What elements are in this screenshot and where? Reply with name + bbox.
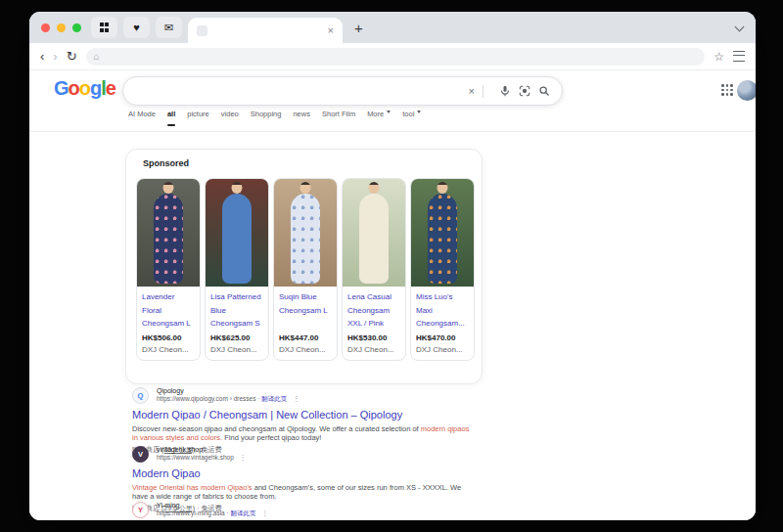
product-cards: Lavender Floral Cheongsam L HK$506.00 DX… <box>136 178 475 361</box>
back-button[interactable]: ‹ <box>40 50 44 63</box>
browser-toolbar: ‹ › ↻ ⌂ ☆ <box>29 43 756 70</box>
google-lens-icon[interactable] <box>519 85 530 97</box>
search-result: Q Qipology https://www.qipology.com › dr… <box>132 387 484 455</box>
product-title[interactable]: Lena Casual Cheongsam XXL / Pink <box>347 290 400 331</box>
pinned-tab-apps[interactable] <box>91 17 117 38</box>
close-window-button[interactable] <box>41 23 50 32</box>
model-figure <box>232 182 243 194</box>
tab-news[interactable]: news <box>293 110 310 121</box>
result-title[interactable]: Modern Qipao <box>132 467 484 480</box>
pinned-tab-favorites[interactable]: ♥ <box>123 17 150 38</box>
product-title[interactable]: Lavender Floral Cheongsam L <box>142 290 195 331</box>
bookmark-star-icon[interactable]: ☆ <box>714 50 724 64</box>
site-name[interactable]: vintagehk.shop <box>157 446 484 454</box>
new-tab-button[interactable]: + <box>354 21 363 35</box>
product-image[interactable] <box>137 179 200 287</box>
profile-avatar[interactable] <box>737 80 756 101</box>
address-bar[interactable]: ⌂ <box>86 48 706 66</box>
browser-window: ♥ ✉ × + ‹ › ↻ ⌂ ☆ Google × <box>29 12 756 520</box>
tab-tool[interactable]: tool <box>402 110 421 121</box>
product-title[interactable]: Miss Luo's Maxi Cheongsam... <box>416 290 469 331</box>
forward-button[interactable]: › <box>53 50 57 63</box>
dress-shape <box>222 194 252 284</box>
google-apps-icon[interactable] <box>721 84 734 97</box>
product-merchant: DXJ Cheon... <box>279 345 332 354</box>
kebab-menu-icon[interactable]: ⋮ <box>262 510 269 516</box>
dress-shape <box>154 194 183 284</box>
tab-all[interactable]: all <box>167 110 175 121</box>
product-merchant: DXJ Cheon... <box>210 345 263 354</box>
product-merchant: DXJ Cheon... <box>142 345 195 354</box>
tab-shopping[interactable]: Shopping <box>251 110 282 121</box>
close-tab-icon[interactable]: × <box>328 25 334 36</box>
site-favicon: V <box>132 446 149 463</box>
translate-link[interactable]: · 翻译此页 <box>225 510 256 516</box>
site-name[interactable]: Yi-ming <box>157 502 484 510</box>
tab-favicon <box>197 25 207 36</box>
product-card[interactable]: Lena Casual Cheongsam XXL / Pink HK$530.… <box>342 178 406 361</box>
product-image[interactable] <box>206 179 268 287</box>
model-figure <box>369 182 380 194</box>
menu-icon[interactable] <box>733 51 745 62</box>
tab-picture[interactable]: picture <box>187 110 209 121</box>
search-input[interactable] <box>135 84 469 98</box>
model-figure <box>163 182 174 194</box>
tab-ai-mode[interactable]: AI Mode <box>128 110 156 121</box>
product-title[interactable]: Suqin Blue Cheongsam L <box>279 290 332 331</box>
result-title[interactable]: Modern Qipao / Cheongsam | New Collectio… <box>132 409 484 421</box>
search-nav-tabs: AI Mode all picture video Shopping news … <box>128 110 421 121</box>
zoom-window-button[interactable] <box>72 23 81 32</box>
search-box[interactable]: × <box>122 76 563 106</box>
site-url[interactable]: https://www.yi-ming.asia · 翻译此页⋮ <box>157 510 484 518</box>
window-controls <box>41 23 81 32</box>
microphone-icon[interactable] <box>499 85 511 97</box>
product-image[interactable] <box>274 179 337 287</box>
product-image[interactable] <box>411 179 474 287</box>
logo-letter: G <box>54 77 69 99</box>
site-favicon: Q <box>132 387 149 404</box>
active-tab[interactable]: × <box>188 18 343 43</box>
dress-shape <box>291 194 320 284</box>
product-price: HK$470.00 <box>416 333 469 342</box>
tab-short-film[interactable]: Short Film <box>322 110 355 121</box>
tab-more[interactable]: More <box>367 110 391 121</box>
translate-link[interactable]: · 翻译此页 <box>255 395 287 402</box>
logo-letter: e <box>106 77 115 99</box>
site-favicon: Y <box>132 502 149 518</box>
product-price: HK$530.00 <box>347 333 400 342</box>
kebab-menu-icon[interactable]: ⋮ <box>183 157 192 167</box>
divider <box>29 131 756 132</box>
product-price: HK$447.00 <box>279 333 332 342</box>
logo-letter: g <box>90 77 101 99</box>
model-figure <box>300 182 311 194</box>
site-url[interactable]: https://www.vintagehk.shop⋮ <box>157 454 484 463</box>
home-icon: ⌂ <box>94 51 100 62</box>
clear-search-icon[interactable]: × <box>469 85 475 97</box>
result-description: Discover new-season qipao and cheongsam … <box>132 424 473 442</box>
dress-shape <box>359 194 389 284</box>
google-logo[interactable]: Google <box>54 77 115 100</box>
product-image[interactable] <box>343 179 405 287</box>
product-card[interactable]: Lisa Patterned Blue Cheongsam S HK$625.0… <box>205 178 269 361</box>
site-name[interactable]: Qipology <box>157 387 484 395</box>
product-title[interactable]: Lisa Patterned Blue Cheongsam S <box>210 290 263 331</box>
reload-button[interactable]: ↻ <box>67 50 77 63</box>
tab-video[interactable]: video <box>221 110 239 121</box>
product-price: HK$506.00 <box>142 333 195 342</box>
minimize-window-button[interactable] <box>57 23 66 32</box>
logo-letter: o <box>69 77 79 99</box>
product-card[interactable]: Lavender Floral Cheongsam L HK$506.00 DX… <box>136 178 201 361</box>
product-card[interactable]: Suqin Blue Cheongsam L HK$447.00 DXJ Che… <box>273 178 338 361</box>
pinned-tab-mail[interactable]: ✉ <box>156 17 182 38</box>
chevron-down-icon[interactable] <box>735 22 745 32</box>
product-price: HK$625.00 <box>210 333 263 342</box>
product-merchant: DXJ Cheon... <box>416 345 469 354</box>
kebab-menu-icon[interactable]: ⋮ <box>293 395 299 402</box>
site-url[interactable]: https://www.qipology.com › dresses · 翻译此… <box>157 395 484 404</box>
divider <box>483 85 484 98</box>
kebab-menu-icon[interactable]: ⋮ <box>240 454 247 461</box>
sponsored-label: Sponsored <box>143 158 189 168</box>
search-icon[interactable] <box>538 85 550 97</box>
product-card[interactable]: Miss Luo's Maxi Cheongsam... HK$470.00 D… <box>410 178 475 361</box>
logo-letter: o <box>79 77 90 99</box>
